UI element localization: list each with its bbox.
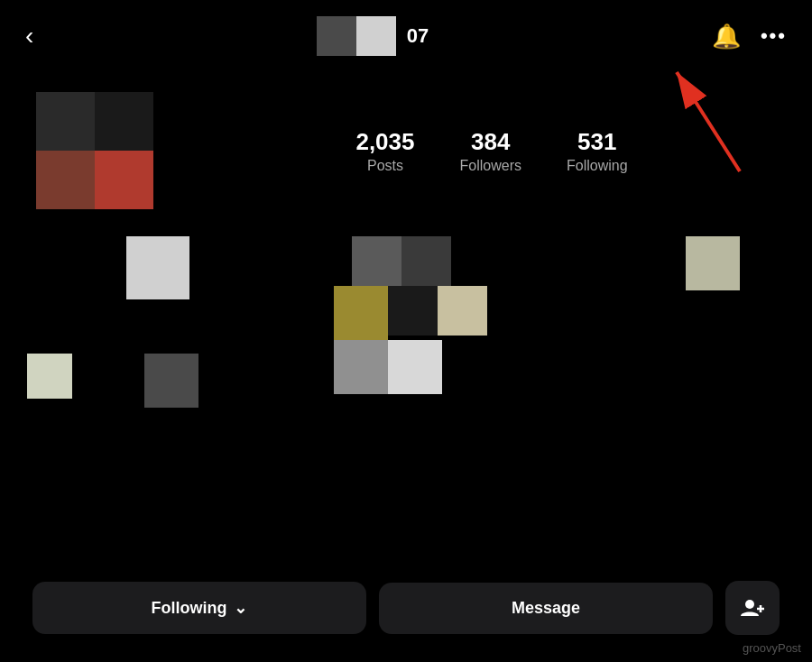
photo-grid <box>0 227 812 480</box>
avatar-sq2 <box>356 16 396 56</box>
posts-label: Posts <box>355 158 414 174</box>
stat-followers[interactable]: 384 Followers <box>460 128 521 174</box>
tile-6[interactable] <box>388 286 438 336</box>
tile-8[interactable] <box>27 354 72 399</box>
profile-avatar <box>36 92 153 209</box>
avatar-cell-bottomleft <box>36 151 95 209</box>
tile-3[interactable] <box>401 236 451 286</box>
avatar-sq1 <box>317 16 356 56</box>
header: ‹ 07 🔔 ••• <box>0 0 812 65</box>
followers-count: 384 <box>460 128 521 156</box>
tile-5[interactable] <box>334 286 388 340</box>
avatar-cell-topright <box>95 92 153 151</box>
profile-stats: 2,035 Posts 384 Followers 531 Following <box>208 128 776 174</box>
tile-11[interactable] <box>388 340 442 394</box>
tile-7[interactable] <box>438 286 487 336</box>
stat-posts[interactable]: 2,035 Posts <box>355 128 414 174</box>
stat-following[interactable]: 531 Following <box>567 128 628 174</box>
following-button[interactable]: Following ⌄ <box>32 582 366 634</box>
watermark: groovyPost <box>743 641 801 655</box>
tile-10[interactable] <box>334 340 388 394</box>
more-icon[interactable]: ••• <box>761 24 787 48</box>
header-username: 07 <box>407 24 429 48</box>
add-user-button[interactable] <box>725 581 780 635</box>
tile-9[interactable] <box>144 354 198 408</box>
avatar-cell-topleft <box>36 92 95 151</box>
header-center: 07 <box>317 16 429 56</box>
action-buttons: Following ⌄ Message <box>0 581 812 635</box>
back-button[interactable]: ‹ <box>25 22 33 51</box>
profile-section: 2,035 Posts 384 Followers 531 Following <box>0 65 812 227</box>
posts-count: 2,035 <box>355 128 414 156</box>
header-actions: 🔔 ••• <box>712 23 787 51</box>
tile-2[interactable] <box>352 236 401 286</box>
tile-4[interactable] <box>686 236 740 290</box>
tile-1[interactable] <box>126 236 189 299</box>
header-avatar <box>317 16 396 56</box>
following-count: 531 <box>567 128 628 156</box>
chevron-down-icon: ⌄ <box>234 598 247 618</box>
add-user-icon <box>741 598 764 618</box>
avatar-cell-bottomright <box>95 151 153 209</box>
following-label: Following <box>567 158 628 174</box>
bell-icon[interactable]: 🔔 <box>712 23 741 51</box>
message-button[interactable]: Message <box>379 583 713 634</box>
following-label: Following <box>152 599 227 618</box>
svg-point-2 <box>745 600 754 609</box>
followers-label: Followers <box>460 158 521 174</box>
